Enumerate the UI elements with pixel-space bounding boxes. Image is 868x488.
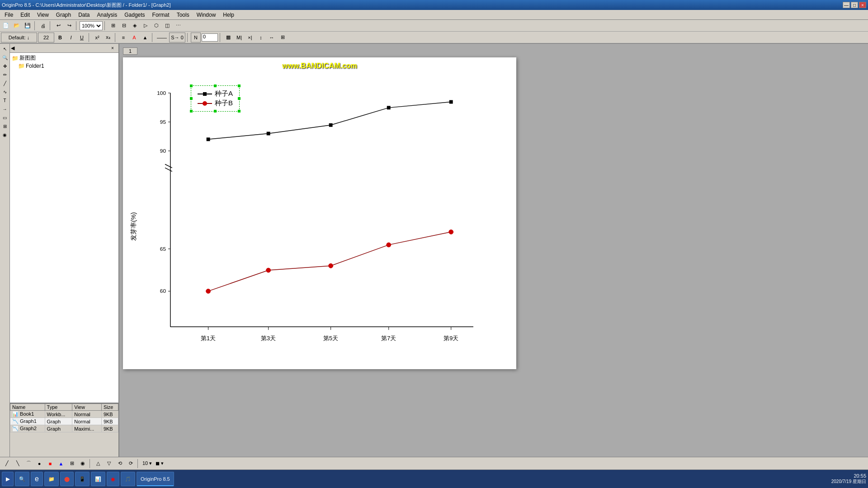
save-button[interactable]: 💾 — [23, 21, 33, 31]
tb-icon-1[interactable]: ⊞ — [108, 21, 118, 31]
tb-icon-5[interactable]: ⬡ — [151, 21, 161, 31]
zoom-tool[interactable]: 🔍 — [1, 53, 9, 61]
taskbar-chrome[interactable]: ⬤ — [60, 472, 74, 486]
rect-tool[interactable]: ▭ — [1, 113, 9, 122]
col-view[interactable]: View — [72, 404, 102, 411]
tb-icon-7[interactable]: ⋯ — [173, 21, 183, 31]
bt-icon-6[interactable]: ▲ — [56, 459, 66, 469]
col-name[interactable]: Name — [10, 404, 45, 411]
redo-button[interactable]: ↪ — [64, 21, 74, 31]
select-tool[interactable]: ↖ — [1, 45, 9, 53]
legend-box[interactable]: 种子A 种子B — [191, 85, 240, 112]
restore-button[interactable]: □ — [851, 2, 858, 8]
bt-icon-1[interactable]: ╱ — [2, 459, 12, 469]
taskbar-app4[interactable]: 🎵 — [121, 472, 135, 486]
line-style[interactable]: —— — [156, 33, 168, 42]
menu-help[interactable]: Help — [219, 11, 238, 19]
pan-tool[interactable]: ✥ — [1, 62, 9, 70]
bt-icon-12[interactable]: ⟳ — [126, 459, 136, 469]
menu-format[interactable]: Format — [149, 11, 173, 19]
window-controls[interactable]: — □ × — [843, 2, 866, 8]
fontsize-input[interactable]: 22 — [38, 33, 54, 42]
menu-view[interactable]: View — [33, 11, 52, 19]
taskbar-app3[interactable]: ◉ — [107, 472, 119, 486]
menu-gadgets[interactable]: Gadgets — [121, 11, 148, 19]
superscript-button[interactable]: x² — [92, 33, 102, 42]
arrow-tool[interactable]: → — [1, 105, 9, 113]
bt-icon-7[interactable]: ⊞ — [67, 459, 77, 469]
menu-analysis[interactable]: Analysis — [94, 11, 121, 19]
graph-area[interactable]: 1 www.BANDICAM.com 发芽率(%) 100 — [119, 44, 714, 457]
tb-icon-10[interactable]: ↕ — [256, 33, 266, 42]
print-button[interactable]: 🖨 — [38, 21, 48, 31]
tb-icon-12[interactable]: ⊞ — [278, 33, 288, 42]
bt-icon-9[interactable]: △ — [93, 459, 103, 469]
line-tool[interactable]: ╱ — [1, 79, 9, 87]
tb-icon-4[interactable]: ▷ — [141, 21, 151, 31]
bt-icon-2[interactable]: ╲ — [13, 459, 23, 469]
menu-data[interactable]: Data — [75, 11, 93, 19]
text-tool[interactable]: T — [1, 96, 9, 104]
close-button[interactable]: × — [859, 2, 866, 8]
minimize-button[interactable]: — — [843, 2, 850, 8]
fill-color-button[interactable]: ▲ — [140, 33, 150, 42]
bt-icon-11[interactable]: ⟲ — [115, 459, 125, 469]
text-color-button[interactable]: A — [129, 33, 139, 42]
font-dropdown[interactable]: Default: ↓ — [1, 33, 37, 42]
menu-edit[interactable]: Edit — [17, 11, 33, 19]
table-tool[interactable]: ⊞ — [1, 122, 9, 130]
tb-icon-6[interactable]: ◫ — [162, 21, 172, 31]
menu-tools[interactable]: Tools — [173, 11, 193, 19]
pattern-button[interactable]: ▩ — [223, 33, 233, 42]
legend-item-a: 种子A — [198, 89, 233, 98]
underline-button[interactable]: U — [77, 33, 87, 42]
align-left-button[interactable]: ≡ — [118, 33, 128, 42]
bt-icon-4[interactable]: ● — [34, 459, 44, 469]
bt-icon-8[interactable]: ◉ — [78, 459, 88, 469]
bt-icon-14[interactable]: ◼ ▾ — [154, 459, 165, 469]
col-size[interactable]: Size — [101, 404, 118, 411]
menu-file[interactable]: File — [1, 11, 17, 19]
bt-icon-13[interactable]: 10 ▾ — [141, 459, 153, 469]
taskbar-originpro[interactable]: OriginPro 8.5 — [137, 472, 174, 486]
menu-window[interactable]: Window — [193, 11, 220, 19]
taskbar-app2[interactable]: 📊 — [91, 472, 105, 486]
taskbar-search[interactable]: 🔍 — [15, 472, 29, 486]
panel-close[interactable]: × — [108, 45, 118, 52]
file-table: Name Type View Size 📊 Book1 Workb... Nor… — [10, 404, 118, 432]
tree-folder-item[interactable]: 📁 Folder1 — [11, 62, 118, 70]
page-tab[interactable]: 1 — [123, 47, 137, 55]
tree-root-item[interactable]: 📁 新图图 — [11, 54, 118, 62]
data-tool[interactable]: ◉ — [1, 131, 9, 139]
taskbar-edge[interactable]: e — [31, 472, 43, 486]
italic-button[interactable]: I — [66, 33, 76, 42]
symbol-size[interactable]: 0 — [202, 33, 218, 42]
symbol-select[interactable]: N — [191, 33, 201, 42]
subscript-button[interactable]: x₂ — [103, 33, 113, 42]
curve-tool[interactable]: ∿ — [1, 88, 9, 96]
draw-tool[interactable]: ✏ — [1, 70, 9, 79]
bold-button[interactable]: B — [55, 33, 65, 42]
new-button[interactable]: 📄 — [1, 21, 11, 31]
bt-icon-3[interactable]: ⌒ — [24, 459, 33, 469]
taskbar-app1[interactable]: 📱 — [75, 472, 90, 486]
tb-icon-8[interactable]: M| — [234, 33, 244, 42]
taskbar-folder[interactable]: 📁 — [44, 472, 59, 486]
file-table-row[interactable]: 📉 Graph1 Graph Normal 9KB — [10, 418, 118, 425]
file-table-row[interactable]: 📉 Graph2 Graph Maximi... 9KB — [10, 425, 118, 432]
file-table-row[interactable]: 📊 Book1 Workb... Normal 9KB — [10, 411, 118, 418]
tb-icon-11[interactable]: ↔ — [267, 33, 277, 42]
bt-icon-5[interactable]: ■ — [45, 459, 55, 469]
zoom-select[interactable]: 100%75%50%200% — [80, 21, 103, 30]
undo-button[interactable]: ↩ — [53, 21, 63, 31]
bt-sep-2 — [137, 459, 139, 468]
tb-icon-9[interactable]: ×| — [245, 33, 255, 42]
col-type[interactable]: Type — [45, 404, 72, 411]
open-button[interactable]: 📂 — [12, 21, 22, 31]
tb-icon-3[interactable]: ◈ — [130, 21, 140, 31]
bt-icon-10[interactable]: ▽ — [104, 459, 114, 469]
tb-icon-2[interactable]: ⊟ — [119, 21, 129, 31]
menu-graph[interactable]: Graph — [52, 11, 75, 19]
line-width[interactable]: S→ 0 — [169, 33, 185, 42]
start-button[interactable]: ▶ — [2, 472, 14, 486]
